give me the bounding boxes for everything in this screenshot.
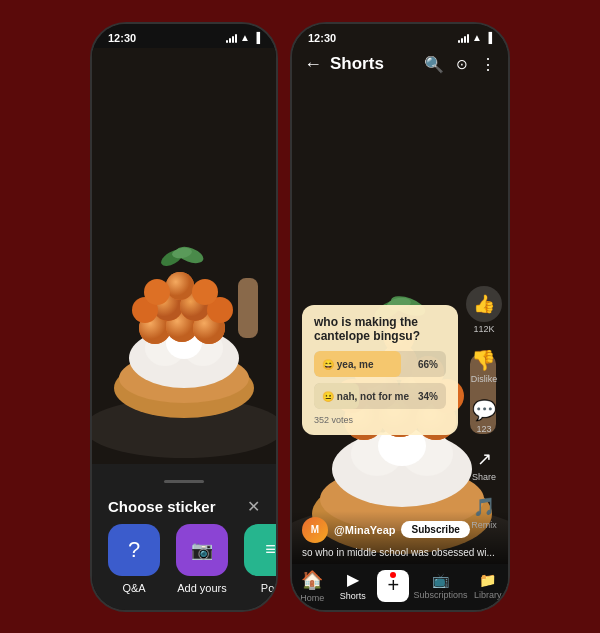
svg-point-24 bbox=[144, 279, 170, 305]
home-icon: 🏠 bbox=[301, 569, 323, 591]
poll-option-text-1: 😄 yea, me bbox=[322, 358, 373, 369]
nav-subscriptions[interactable]: 📺 Subscriptions bbox=[414, 572, 468, 600]
like-action[interactable]: 👍 112K bbox=[466, 286, 502, 334]
library-icon: 📁 bbox=[479, 572, 496, 588]
nav-home[interactable]: 🏠 Home bbox=[292, 569, 333, 603]
status-time-right: 12:30 bbox=[308, 32, 336, 44]
svg-rect-28 bbox=[238, 278, 258, 338]
like-icon: 👍 bbox=[466, 286, 502, 322]
search-icon[interactable]: 🔍 bbox=[424, 55, 444, 74]
sticker-panel-title: Choose sticker bbox=[108, 498, 216, 515]
red-dot bbox=[390, 572, 396, 578]
share-label: Share bbox=[472, 472, 496, 482]
battery-icon-right: ▐ bbox=[485, 32, 492, 43]
sticker-options: ? Q&A 📷 Add yours ≡ Poll bbox=[108, 524, 260, 594]
channel-row: M @MinaYeap Subscribe bbox=[302, 517, 498, 543]
top-nav: ← Shorts 🔍 ⊙ ⋮ bbox=[292, 48, 508, 81]
left-phone: 12:30 ▲ ▐ bbox=[90, 22, 278, 612]
nav-library[interactable]: 📁 Library bbox=[468, 572, 509, 600]
signal-icon bbox=[226, 33, 237, 43]
video-area-left bbox=[92, 48, 276, 468]
nav-icons: 🔍 ⊙ ⋮ bbox=[424, 55, 496, 74]
svg-point-23 bbox=[192, 279, 218, 305]
poll-question: who is making the cantelope bingsu? bbox=[314, 315, 446, 343]
poll-pct-2: 34% bbox=[418, 390, 438, 401]
close-button[interactable]: ✕ bbox=[247, 497, 260, 516]
nav-shorts[interactable]: ▶ Shorts bbox=[333, 570, 374, 601]
subscribe-button[interactable]: Subscribe bbox=[401, 521, 469, 538]
home-label: Home bbox=[300, 593, 324, 603]
panel-divider bbox=[164, 480, 204, 483]
sticker-add-yours[interactable]: 📷 Add yours bbox=[176, 524, 228, 594]
shorts-label: Shorts bbox=[340, 591, 366, 601]
poll-option-1[interactable]: 😄 yea, me 66% bbox=[314, 351, 446, 377]
comment-icon: 💬 bbox=[472, 398, 497, 422]
svg-point-22 bbox=[166, 272, 194, 300]
nav-add-wrapper: + bbox=[373, 570, 414, 602]
page-title: Shorts bbox=[330, 54, 424, 74]
qa-icon: ? bbox=[108, 524, 160, 576]
dislike-action[interactable]: 👎 Dislike bbox=[471, 348, 498, 384]
poll-overlay: who is making the cantelope bingsu? 😄 ye… bbox=[302, 305, 458, 435]
wifi-icon-right: ▲ bbox=[472, 32, 482, 43]
battery-icon: ▐ bbox=[253, 32, 260, 43]
channel-avatar: M bbox=[302, 517, 328, 543]
channel-name[interactable]: @MinaYeap bbox=[334, 524, 395, 536]
status-bar-right: 12:30 ▲ ▐ bbox=[292, 24, 508, 48]
poll-option-text-2: 😐 nah, not for me bbox=[322, 390, 409, 401]
right-phone: 12:30 ▲ ▐ ← Shorts 🔍 ⊙ ⋮ bbox=[290, 22, 510, 612]
share-action[interactable]: ↗ Share bbox=[472, 448, 496, 482]
poll-label: Poll bbox=[261, 582, 278, 594]
sticker-qa[interactable]: ? Q&A bbox=[108, 524, 160, 594]
add-yours-icon: 📷 bbox=[176, 524, 228, 576]
poll-pct-1: 66% bbox=[418, 358, 438, 369]
video-caption: so who in middle school was obsessed wi.… bbox=[302, 547, 498, 558]
poll-icon: ≡ bbox=[244, 524, 278, 576]
sticker-panel-header: Choose sticker ✕ bbox=[108, 497, 260, 516]
add-yours-label: Add yours bbox=[177, 582, 227, 594]
comment-count: 123 bbox=[476, 424, 491, 434]
like-count: 112K bbox=[473, 324, 494, 334]
subscriptions-label: Subscriptions bbox=[414, 590, 468, 600]
bottom-nav: 🏠 Home ▶ Shorts + 📺 Subscriptions 📁 Libr… bbox=[292, 564, 508, 610]
status-time-left: 12:30 bbox=[108, 32, 136, 44]
share-icon: ↗ bbox=[477, 448, 492, 470]
shorts-icon: ▶ bbox=[347, 570, 359, 589]
poll-bar-1: 😄 yea, me 66% bbox=[314, 351, 446, 377]
subscriptions-icon: 📺 bbox=[432, 572, 449, 588]
library-label: Library bbox=[474, 590, 502, 600]
poll-votes: 352 votes bbox=[314, 415, 446, 425]
camera-icon[interactable]: ⊙ bbox=[456, 56, 468, 72]
channel-bar: M @MinaYeap Subscribe so who in middle s… bbox=[292, 511, 508, 564]
side-actions: 👍 112K 👎 Dislike 💬 123 ↗ Share 🎵 Remix bbox=[466, 286, 502, 530]
qa-label: Q&A bbox=[122, 582, 145, 594]
comment-action[interactable]: 💬 123 bbox=[472, 398, 497, 434]
status-icons-right: ▲ ▐ bbox=[458, 32, 492, 43]
dislike-label: Dislike bbox=[471, 374, 498, 384]
back-button[interactable]: ← bbox=[304, 54, 322, 75]
signal-icon-right bbox=[458, 33, 469, 43]
dislike-icon: 👎 bbox=[471, 348, 496, 372]
sticker-poll[interactable]: ≡ Poll bbox=[244, 524, 278, 594]
wifi-icon: ▲ bbox=[240, 32, 250, 43]
sticker-panel: Choose sticker ✕ ? Q&A 📷 Add yours bbox=[92, 464, 276, 610]
more-icon[interactable]: ⋮ bbox=[480, 55, 496, 74]
status-bar-left: 12:30 ▲ ▐ bbox=[92, 24, 276, 48]
poll-bar-2: 😐 nah, not for me 34% bbox=[314, 383, 446, 409]
status-icons-left: ▲ ▐ bbox=[226, 32, 260, 43]
poll-option-2[interactable]: 😐 nah, not for me 34% bbox=[314, 383, 446, 409]
